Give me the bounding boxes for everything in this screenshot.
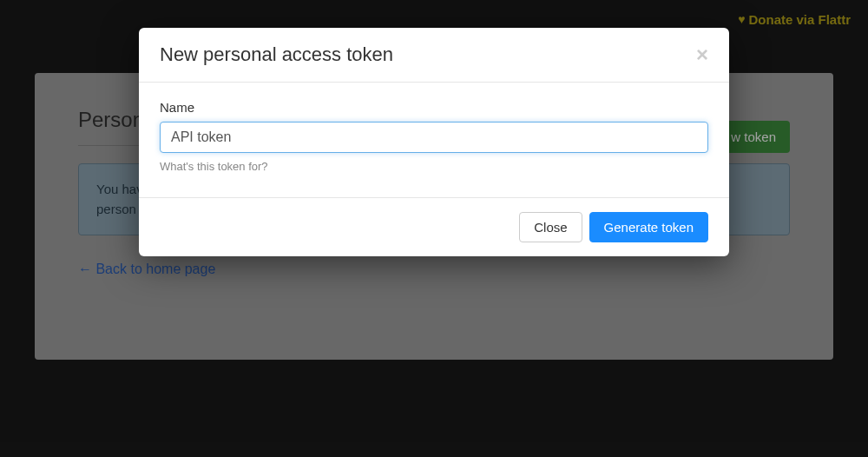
token-name-input[interactable]	[160, 122, 708, 153]
modal-header: New personal access token ×	[139, 28, 729, 83]
modal-footer: Close Generate token	[139, 197, 729, 256]
close-button[interactable]: Close	[519, 212, 582, 242]
modal-body: Name What's this token for?	[139, 83, 729, 197]
generate-token-button[interactable]: Generate token	[589, 212, 708, 242]
name-label: Name	[160, 100, 708, 115]
new-token-modal: New personal access token × Name What's …	[139, 28, 729, 256]
help-text: What's this token for?	[160, 160, 708, 173]
modal-title: New personal access token	[160, 43, 393, 66]
close-icon[interactable]: ×	[696, 44, 708, 65]
